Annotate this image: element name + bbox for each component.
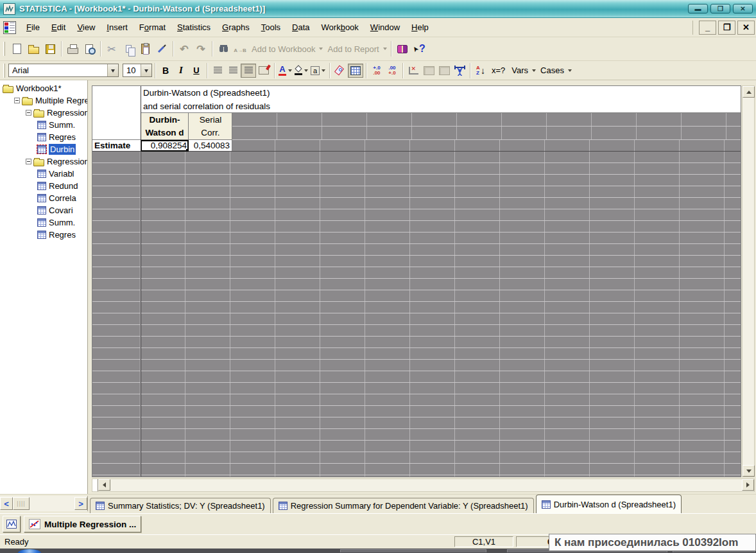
cell-serial-corr-value[interactable]: 0,540083 xyxy=(189,140,232,152)
chevron-down-icon[interactable] xyxy=(107,64,118,76)
italic-button[interactable]: I xyxy=(173,64,189,78)
tree-item-summ[interactable]: Summ. xyxy=(0,119,87,131)
column-header-durbin-watson[interactable]: Durbin- Watson d xyxy=(141,113,189,140)
align-left-button[interactable] xyxy=(210,64,225,78)
sort-button[interactable]: AZ ↓ xyxy=(473,64,488,78)
save-button[interactable] xyxy=(42,40,58,57)
horizontal-scrollbar[interactable] xyxy=(92,478,755,492)
tree-scroll-thumb[interactable]: |||| xyxy=(13,497,30,510)
pane-split-box[interactable] xyxy=(92,479,98,491)
menu-insert[interactable]: Insert xyxy=(101,20,133,35)
cases-button[interactable]: Cases xyxy=(537,64,573,78)
align-center-button[interactable] xyxy=(225,64,241,78)
empty-header-cells[interactable] xyxy=(232,113,741,140)
tree-scroll-right-button[interactable]: > xyxy=(74,497,87,510)
recalculate-button[interactable]: x=? xyxy=(488,64,508,78)
grid-display-button[interactable] xyxy=(348,64,363,78)
empty-grid-cells[interactable] xyxy=(92,140,741,477)
new-document-button[interactable] xyxy=(8,40,25,57)
format-painter-button[interactable] xyxy=(153,40,170,57)
menu-tools[interactable]: Tools xyxy=(255,20,286,35)
scroll-down-button[interactable] xyxy=(743,465,755,477)
text-style-button[interactable]: a xyxy=(309,64,327,78)
fill-color-button[interactable] xyxy=(293,64,309,78)
chevron-down-icon[interactable] xyxy=(141,64,151,76)
font-color-button[interactable]: A xyxy=(277,64,293,78)
adjust-scaling-button[interactable] xyxy=(406,64,421,78)
mdi-minimize-button[interactable]: _ xyxy=(699,21,716,35)
find-button[interactable] xyxy=(215,40,232,57)
font-family-select[interactable]: Arial xyxy=(8,64,119,77)
case-weights-button[interactable] xyxy=(452,64,467,78)
start-orb-icon[interactable] xyxy=(18,549,41,553)
menu-workbook[interactable]: Workbook xyxy=(316,20,365,35)
context-help-button[interactable] xyxy=(411,40,427,57)
menu-graphs[interactable]: Graphs xyxy=(216,20,255,35)
tab-durbin-watson-d-spreadsheet1[interactable]: Durbin-Watson d (Spreadsheet1) xyxy=(536,495,682,513)
scroll-left-button[interactable] xyxy=(98,479,110,491)
menu-file[interactable]: File xyxy=(21,20,46,35)
add-to-report-button[interactable]: Add to Report xyxy=(324,40,388,57)
font-size-select[interactable]: 10 xyxy=(123,64,152,77)
menu-format[interactable]: Format xyxy=(133,20,171,35)
tab-regression-summary-for-dependent-variabl[interactable]: Regression Summary for Dependent Variabl… xyxy=(273,498,534,513)
menu-view[interactable]: View xyxy=(71,20,101,35)
restore-button[interactable]: ❐ xyxy=(710,4,730,13)
menu-data[interactable]: Data xyxy=(286,20,315,35)
menu-statistics[interactable]: Statistics xyxy=(171,20,216,35)
menu-window[interactable]: Window xyxy=(365,20,406,35)
taskbar-button[interactable] xyxy=(340,549,486,552)
cell-properties-button[interactable] xyxy=(256,64,271,78)
tab-summary-statistics-dv-y-spreadsheet1[interactable]: Summary Statistics; DV: Y (Spreadsheet1) xyxy=(90,498,271,513)
undo-button[interactable] xyxy=(176,40,193,57)
cut-button[interactable] xyxy=(103,40,120,57)
cell-durbin-watson-value[interactable]: 0,908254 xyxy=(141,140,189,152)
variable-mapping-button[interactable] xyxy=(232,40,248,57)
toolbar-grip[interactable] xyxy=(3,64,5,78)
marking-cells-button[interactable] xyxy=(332,64,348,78)
column-header-serial-corr[interactable]: Serial Corr. xyxy=(189,113,232,140)
expander-icon[interactable] xyxy=(26,110,31,116)
increase-decimals-button[interactable]: +.0.00 xyxy=(369,64,384,78)
underline-button[interactable]: U xyxy=(189,64,204,78)
copy-button[interactable] xyxy=(120,40,137,57)
update-graph-button[interactable] xyxy=(421,64,436,78)
tree-item-regression[interactable]: Regression xyxy=(0,107,87,119)
tree-item-redund[interactable]: Redund xyxy=(0,180,87,192)
glossary-button[interactable] xyxy=(394,40,411,57)
tree-item-workbook1[interactable]: Workbook1* xyxy=(0,82,87,94)
vars-button[interactable]: Vars xyxy=(508,64,537,78)
tree-item-regres[interactable]: Regres xyxy=(0,229,87,241)
redo-button[interactable] xyxy=(193,40,209,57)
print-preview-button[interactable] xyxy=(81,40,98,57)
scroll-up-button[interactable] xyxy=(743,86,755,98)
tree-item-regression[interactable]: Regression xyxy=(0,155,87,168)
tree-item-variabl[interactable]: Variabl xyxy=(0,168,87,180)
mdi-restore-button[interactable]: ❐ xyxy=(718,21,735,35)
scroll-right-button[interactable] xyxy=(742,479,754,491)
vertical-scrollbar[interactable] xyxy=(742,85,755,477)
tree-item-summ[interactable]: Summ. xyxy=(0,216,87,229)
menu-help[interactable]: Help xyxy=(406,20,434,35)
open-button[interactable] xyxy=(25,40,42,57)
menu-edit[interactable]: Edit xyxy=(46,20,71,35)
paste-button[interactable] xyxy=(137,40,153,57)
expander-icon[interactable] xyxy=(26,159,31,164)
durbin-watson-spreadsheet[interactable]: Durbin-Watson d (Spreadsheet1) and seria… xyxy=(92,85,741,477)
tree-item-covari[interactable]: Covari xyxy=(0,204,87,216)
minimize-button[interactable]: ▬ xyxy=(688,4,708,13)
print-button[interactable] xyxy=(64,40,81,57)
add-to-workbook-button[interactable]: Add to Workbook xyxy=(248,40,324,57)
close-button[interactable]: ✕ xyxy=(733,4,753,13)
row-header-estimate[interactable]: Estimate xyxy=(92,140,141,152)
mdi-document-icon[interactable] xyxy=(3,21,16,34)
expander-icon[interactable] xyxy=(14,98,20,103)
multiple-regression-button[interactable]: Multiple Regression ... xyxy=(24,516,141,532)
tree-item-regres[interactable]: Regres xyxy=(0,131,87,143)
align-right-button[interactable] xyxy=(241,64,256,78)
bold-button[interactable]: B xyxy=(158,64,173,78)
toolbar-grip[interactable] xyxy=(3,42,5,56)
tree-item-durbin[interactable]: Durbin xyxy=(0,143,87,155)
tree-horizontal-scrollbar[interactable]: < |||| > xyxy=(0,496,88,511)
tree-item-multiple-regre[interactable]: Multiple Regre xyxy=(0,94,87,107)
